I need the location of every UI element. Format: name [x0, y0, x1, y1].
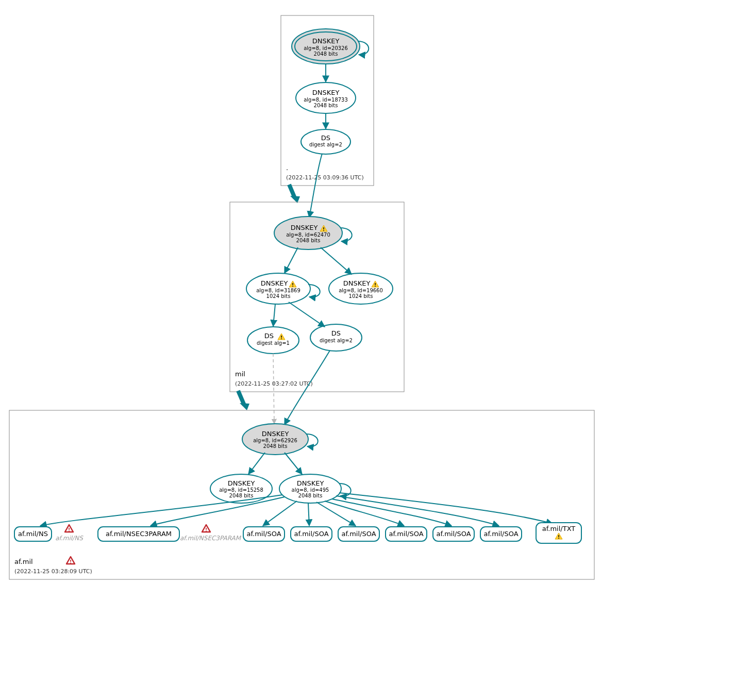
svg-text:DNSKEY: DNSKEY [291, 224, 318, 231]
zone-mil-name: mil [235, 370, 245, 378]
svg-text:alg=8, id=19660: alg=8, id=19660 [339, 288, 383, 293]
svg-text:alg=8, id=15258: alg=8, id=15258 [219, 487, 263, 493]
zone-afmil-ts: (2022-11-25 03:28:09 UTC) [14, 568, 92, 575]
svg-text:alg=8, id=20326: alg=8, id=20326 [304, 45, 348, 51]
node-mil-ds1[interactable]: DS digest alg=1 ! [247, 327, 299, 354]
svg-text:2048 bits: 2048 bits [296, 238, 321, 243]
svg-text:DS: DS [331, 329, 341, 337]
svg-text:af.mil/SOA: af.mil/SOA [483, 530, 518, 538]
svg-text:alg=8, id=62926: alg=8, id=62926 [253, 438, 297, 443]
dnssec-graph: . (2022-11-25 03:09:36 UTC) DNSKEY alg=8… [0, 0, 752, 700]
svg-text:af.mil/SOA: af.mil/SOA [341, 530, 376, 538]
node-af-ksk[interactable]: DNSKEY alg=8, id=62926 2048 bits [242, 424, 308, 455]
rr-nsec3param[interactable]: af.mil/NSEC3PARAM [98, 527, 179, 541]
zone-root-name: . [286, 164, 288, 172]
svg-text:af.mil/NSEC3PARAM: af.mil/NSEC3PARAM [106, 530, 172, 538]
edge-deleg-root-mil [289, 185, 295, 198]
svg-text:2048 bits: 2048 bits [314, 103, 338, 108]
svg-marker-37 [240, 403, 249, 410]
zone-afmil: af.mil (2022-11-25 03:28:09 UTC) ! DNSKE… [9, 410, 594, 579]
svg-text:af.mil/NSEC3PARAM: af.mil/NSEC3PARAM [180, 535, 242, 542]
node-mil-ds2[interactable]: DS digest alg=2 [310, 324, 362, 351]
rr-soa-3[interactable]: af.mil/SOA [338, 527, 379, 541]
rr-txt[interactable]: af.mil/TXT ! [536, 523, 581, 543]
rr-soa-2[interactable]: af.mil/SOA [291, 527, 332, 541]
edge-milksk-milzsk1 [285, 247, 298, 273]
svg-text:!: ! [205, 527, 207, 532]
svg-text:alg=8, id=62470: alg=8, id=62470 [286, 232, 330, 238]
rr-nsec3param-warn[interactable]: ! af.mil/NSEC3PARAM [180, 525, 242, 542]
svg-text:DNSKEY: DNSKEY [297, 479, 324, 487]
svg-text:af.mil/SOA: af.mil/SOA [246, 530, 281, 538]
edge-afksk-zsk1 [248, 453, 265, 474]
edge-deleg-mil-af [238, 391, 244, 405]
svg-text:af.mil/NS: af.mil/NS [18, 530, 48, 538]
svg-text:DNSKEY: DNSKEY [228, 479, 255, 487]
zone-afmil-name: af.mil [14, 558, 33, 565]
svg-text:1024 bits: 1024 bits [266, 293, 291, 299]
svg-text:DNSKEY: DNSKEY [312, 89, 340, 96]
svg-text:!: ! [68, 527, 70, 532]
svg-text:digest alg=2: digest alg=2 [309, 142, 342, 147]
zone-mil: mil (2022-11-25 03:27:02 UTC) DNSKEY alg… [230, 202, 404, 392]
edge-afksk-zsk2 [285, 453, 302, 474]
rr-soa-4[interactable]: af.mil/SOA [386, 527, 427, 541]
svg-text:digest alg=2: digest alg=2 [320, 338, 353, 343]
svg-text:2048 bits: 2048 bits [263, 443, 288, 449]
svg-text:af.mil/NS: af.mil/NS [55, 535, 83, 542]
svg-text:af.mil/SOA: af.mil/SOA [436, 530, 471, 538]
svg-text:!: ! [558, 535, 560, 540]
svg-text:2048 bits: 2048 bits [314, 51, 338, 57]
svg-text:2048 bits: 2048 bits [229, 493, 254, 498]
svg-text:DNSKEY: DNSKEY [261, 279, 288, 287]
node-mil-ksk[interactable]: DNSKEY alg=8, id=62470 2048 bits ! [274, 216, 342, 249]
error-icon: ! [65, 525, 73, 532]
svg-text:alg=8, id=18733: alg=8, id=18733 [304, 97, 348, 103]
svg-text:!: ! [292, 282, 294, 288]
error-icon: ! [202, 525, 210, 532]
node-root-zsk[interactable]: DNSKEY alg=8, id=18733 2048 bits [296, 82, 356, 113]
svg-text:alg=8, id=31869: alg=8, id=31869 [256, 288, 300, 293]
zone-root: . (2022-11-25 03:09:36 UTC) DNSKEY alg=8… [281, 15, 374, 186]
rr-soa-1[interactable]: af.mil/SOA [243, 527, 285, 541]
error-icon: ! [66, 557, 75, 564]
svg-text:af.mil/TXT: af.mil/TXT [542, 525, 576, 532]
node-af-zsk1[interactable]: DNSKEY alg=8, id=15258 2048 bits [210, 474, 272, 503]
node-af-zsk2[interactable]: DNSKEY alg=8, id=495 2048 bits [279, 474, 341, 503]
svg-text:alg=8, id=495: alg=8, id=495 [292, 487, 329, 493]
svg-text:!: ! [280, 335, 282, 340]
rr-soa-6[interactable]: af.mil/SOA [480, 527, 522, 541]
svg-text:DS: DS [264, 332, 274, 340]
svg-text:1024 bits: 1024 bits [349, 293, 373, 299]
svg-text:DS: DS [321, 134, 330, 142]
node-root-ksk[interactable]: DNSKEY alg=8, id=20326 2048 bits [292, 29, 360, 64]
svg-text:!: ! [323, 227, 325, 232]
svg-text:2048 bits: 2048 bits [298, 493, 323, 498]
rr-soa-5[interactable]: af.mil/SOA [433, 527, 474, 541]
edge-milds2-afksk [285, 351, 330, 425]
edge-milds1-afksk [273, 354, 274, 424]
zone-root-ts: (2022-11-25 03:09:36 UTC) [286, 174, 364, 181]
edge-milksk-milzsk2 [321, 247, 352, 274]
svg-text:DNSKEY: DNSKEY [262, 430, 289, 438]
rr-ns[interactable]: af.mil/NS [14, 527, 52, 541]
node-mil-zsk1[interactable]: DNSKEY alg=8, id=31869 1024 bits ! [246, 273, 310, 304]
svg-text:!: ! [374, 282, 376, 288]
edge-milzsk1-ds2 [289, 302, 325, 327]
svg-text:!: ! [70, 559, 72, 564]
node-mil-zsk2[interactable]: DNSKEY alg=8, id=19660 1024 bits ! [329, 273, 393, 304]
svg-text:DNSKEY: DNSKEY [312, 37, 340, 45]
svg-text:af.mil/SOA: af.mil/SOA [389, 530, 423, 538]
svg-text:digest alg=1: digest alg=1 [257, 340, 290, 346]
svg-text:af.mil/SOA: af.mil/SOA [294, 530, 328, 538]
svg-text:DNSKEY: DNSKEY [343, 279, 371, 287]
edge-milzsk1-ds1 [273, 304, 275, 326]
rr-ns-warn[interactable]: ! af.mil/NS [55, 525, 83, 542]
node-root-ds[interactable]: DS digest alg=2 [301, 129, 350, 154]
